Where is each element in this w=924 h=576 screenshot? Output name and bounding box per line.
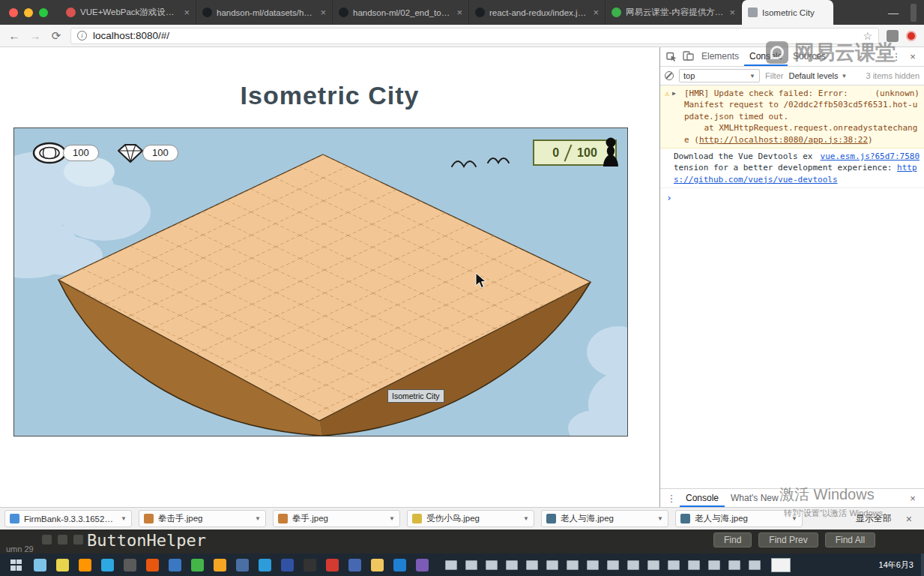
devtools-close-icon[interactable]: × xyxy=(905,52,921,62)
chevron-down-icon[interactable]: ▼ xyxy=(121,515,127,522)
start-button-icon[interactable] xyxy=(10,560,22,571)
devtools-menu-icon[interactable]: ⋮ xyxy=(888,52,905,62)
taskbar-app-icon[interactable] xyxy=(191,559,204,572)
taskbar-app-icon[interactable] xyxy=(101,559,114,572)
show-all-downloads-button[interactable]: 显示全部 xyxy=(856,512,892,525)
browser-tab[interactable]: VUE+WebPack游戏设计：数 × xyxy=(60,0,196,25)
taskbar-app-icon[interactable] xyxy=(79,559,91,572)
chevron-down-icon[interactable]: ▼ xyxy=(523,515,529,522)
back-icon[interactable]: ← xyxy=(7,30,21,41)
browser-tab[interactable]: react-and-redux/index.js at × xyxy=(469,0,606,25)
tab-close-icon[interactable]: × xyxy=(593,8,599,17)
taskbar-app-icon[interactable] xyxy=(214,559,226,572)
find-prev-button[interactable]: Find Prev xyxy=(758,532,818,548)
console-prompt[interactable]: › xyxy=(660,188,924,205)
show-desktop-button[interactable] xyxy=(921,554,924,576)
expand-caret-icon[interactable]: ▶ xyxy=(672,89,676,98)
taskbar-window-icon[interactable] xyxy=(647,560,659,570)
taskbar-app-icon[interactable] xyxy=(146,559,159,572)
game-canvas[interactable]: 100 100 0 100 Isometric City xyxy=(13,128,628,436)
download-item[interactable]: 受伤小鸟.jpeg ▼ xyxy=(407,510,534,527)
tab-close-icon[interactable]: × xyxy=(320,8,326,17)
device-toolbar-icon[interactable] xyxy=(680,51,696,62)
context-selector[interactable]: top ▼ xyxy=(679,69,760,82)
taskbar-app-icon[interactable] xyxy=(416,559,429,572)
taskbar-app-icon[interactable] xyxy=(169,559,181,572)
minimize-icon[interactable]: — xyxy=(888,7,899,19)
extension-red-icon[interactable] xyxy=(906,31,917,41)
taskbar-window-icon[interactable] xyxy=(526,560,538,570)
taskbar-app-icon[interactable] xyxy=(281,559,294,572)
taskbar-app-icon[interactable] xyxy=(56,559,69,572)
taskbar-window-icon[interactable] xyxy=(587,560,599,570)
chevron-down-icon[interactable]: ▼ xyxy=(255,515,261,522)
taskbar-app-icon[interactable] xyxy=(34,559,46,572)
tab-close-icon[interactable]: × xyxy=(184,8,190,17)
zoom-window-button[interactable] xyxy=(39,8,48,17)
devtools-tab-sources[interactable]: Sources xyxy=(788,47,831,66)
download-item[interactable]: 拳手.jpeg ▼ xyxy=(273,510,400,527)
bookmark-star-icon[interactable]: ☆ xyxy=(863,30,872,42)
devtools-tab-elements[interactable]: Elements xyxy=(696,47,744,66)
taskbar-app-icon[interactable] xyxy=(393,559,406,572)
tab-close-icon[interactable]: × xyxy=(729,8,735,17)
inspect-element-icon[interactable] xyxy=(663,51,680,63)
taskbar-app-icon[interactable] xyxy=(326,559,339,572)
taskbar-app-icon[interactable] xyxy=(236,559,249,572)
taskbar-preview-window[interactable] xyxy=(771,558,791,572)
browser-tab-active[interactable]: Isometric City xyxy=(742,0,833,25)
download-item[interactable]: FirmBank-9.3.3.16526.exe ▼ xyxy=(4,510,132,527)
taskbar-window-icon[interactable] xyxy=(668,560,680,570)
browser-tab[interactable]: 网易云课堂-内容提供方管理 × xyxy=(606,0,742,25)
drawer-tab-console[interactable]: Console xyxy=(680,489,725,507)
find-all-button[interactable]: Find All xyxy=(825,532,875,548)
address-bar[interactable]: i localhost:8080/#/ ☆ xyxy=(70,28,879,44)
taskbar-window-icon[interactable] xyxy=(728,560,740,570)
taskbar-window-icon[interactable] xyxy=(546,560,558,570)
chevron-down-icon[interactable]: ▼ xyxy=(389,515,395,522)
tab-close-icon[interactable]: × xyxy=(456,8,462,17)
stack-source-link[interactable]: http://localhost:8080/app.js:38:22 xyxy=(699,135,868,145)
message-source-link[interactable]: vue.esm.js?65d7:7580 xyxy=(821,151,920,162)
taskbar-window-icon[interactable] xyxy=(749,560,761,570)
devtools-tab-bar: Elements Console Sources ⋮ × xyxy=(660,47,924,67)
drawer-menu-icon[interactable]: ⋮ xyxy=(663,494,680,503)
taskbar-window-icon[interactable] xyxy=(567,560,579,570)
page-info-icon[interactable]: i xyxy=(77,31,87,40)
devtools-tab-console[interactable]: Console xyxy=(744,47,788,66)
console-warning-message[interactable]: ⚠ ▶ (unknown) [HMR] Update check failed:… xyxy=(660,86,924,148)
taskbar-app-icon[interactable] xyxy=(259,559,271,572)
taskbar-window-icon[interactable] xyxy=(486,560,498,570)
taskbar-app-icon[interactable] xyxy=(371,559,384,572)
taskbar-app-icon[interactable] xyxy=(124,559,136,572)
chevron-down-icon[interactable]: ▼ xyxy=(791,515,797,522)
download-item[interactable]: 老人与海.jpeg ▼ xyxy=(541,510,668,527)
extension-icon[interactable] xyxy=(887,30,899,42)
browser-tab[interactable]: handson-ml/02_end_to_end × xyxy=(333,0,469,25)
taskbar-window-icon[interactable] xyxy=(688,560,700,570)
drawer-tab-whats-new[interactable]: What's New xyxy=(725,489,785,507)
find-button[interactable]: Find xyxy=(713,532,752,548)
taskbar-window-icon[interactable] xyxy=(445,560,457,570)
reload-icon[interactable]: ⟳ xyxy=(49,30,63,41)
console-filter-input[interactable]: Filter xyxy=(765,71,783,80)
forward-icon[interactable]: → xyxy=(28,30,42,41)
browser-tab[interactable]: handson-ml/datasets/housi × xyxy=(196,0,333,25)
clear-console-icon[interactable] xyxy=(665,71,674,80)
taskbar-window-icon[interactable] xyxy=(627,560,639,570)
minimize-window-button[interactable] xyxy=(24,8,33,17)
log-levels-dropdown[interactable]: Default levels ▼ xyxy=(788,71,847,80)
taskbar-app-icon[interactable] xyxy=(304,559,316,572)
taskbar-window-icon[interactable] xyxy=(607,560,619,570)
taskbar-window-icon[interactable] xyxy=(506,560,518,570)
drawer-close-icon[interactable]: × xyxy=(905,494,921,503)
taskbar-window-icon[interactable] xyxy=(708,560,720,570)
download-item[interactable]: 拳击手.jpeg ▼ xyxy=(139,510,266,527)
downloads-close-icon[interactable]: × xyxy=(899,513,920,525)
taskbar-window-icon[interactable] xyxy=(465,560,477,570)
chevron-down-icon[interactable]: ▼ xyxy=(657,515,663,522)
close-window-button[interactable] xyxy=(9,8,18,17)
download-item[interactable]: 老人与海.jpeg ▼ xyxy=(675,510,803,527)
url-text[interactable]: localhost:8080/#/ xyxy=(93,30,857,41)
taskbar-app-icon[interactable] xyxy=(348,559,361,572)
